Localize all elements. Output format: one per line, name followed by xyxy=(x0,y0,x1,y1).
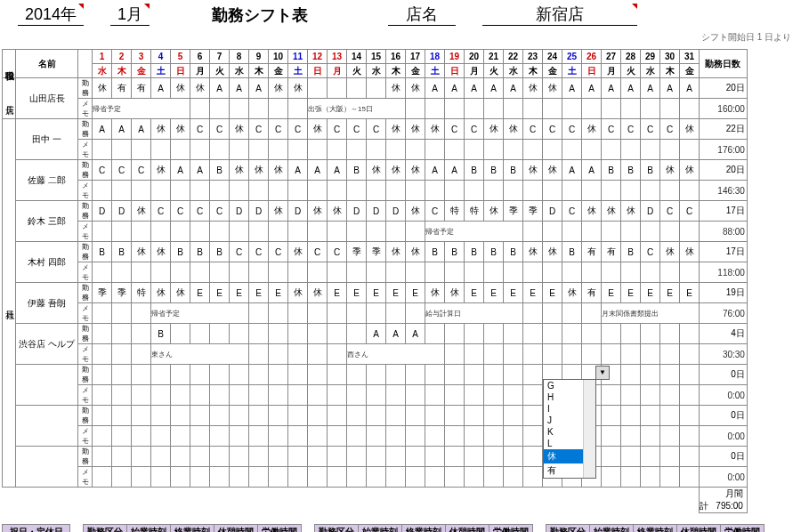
shift-cell[interactable]: E xyxy=(504,283,523,303)
shift-cell[interactable]: 休 xyxy=(582,201,602,222)
shift-cell[interactable]: E xyxy=(347,283,367,303)
shift-cell[interactable]: B xyxy=(425,242,445,262)
memo-cell[interactable] xyxy=(230,262,249,283)
memo-cell[interactable] xyxy=(288,99,308,119)
shift-cell[interactable]: D xyxy=(641,201,660,222)
memo-cell[interactable] xyxy=(347,181,367,201)
shift-cell[interactable]: C xyxy=(641,242,660,262)
shift-cell[interactable] xyxy=(484,447,504,467)
shift-cell[interactable] xyxy=(386,406,406,426)
memo-cell[interactable] xyxy=(582,303,602,324)
shift-cell[interactable] xyxy=(210,324,230,344)
shift-cell[interactable] xyxy=(288,365,308,385)
memo-cell[interactable] xyxy=(445,262,465,283)
memo-cell[interactable] xyxy=(386,467,406,488)
shift-cell[interactable] xyxy=(328,406,347,426)
memo-cell[interactable] xyxy=(190,99,210,119)
memo-cell[interactable] xyxy=(562,99,582,119)
memo-cell[interactable] xyxy=(93,140,112,160)
shift-cell[interactable]: A xyxy=(621,78,641,99)
memo-cell[interactable] xyxy=(425,385,445,406)
shift-cell[interactable]: A xyxy=(132,119,151,140)
shift-cell[interactable] xyxy=(308,406,328,426)
memo-cell[interactable] xyxy=(660,222,680,242)
memo-cell[interactable] xyxy=(112,426,132,447)
memo-cell[interactable] xyxy=(504,99,523,119)
memo-cell[interactable] xyxy=(190,467,210,488)
shift-cell[interactable] xyxy=(386,365,406,385)
shift-cell[interactable]: B xyxy=(602,160,621,181)
memo-cell[interactable] xyxy=(465,426,484,447)
memo-cell[interactable] xyxy=(230,99,249,119)
shift-cell[interactable]: E xyxy=(543,283,562,303)
memo-cell[interactable] xyxy=(641,426,660,447)
shift-cell[interactable] xyxy=(523,324,543,344)
memo-cell[interactable] xyxy=(504,262,523,283)
memo-cell[interactable] xyxy=(602,426,621,447)
shift-cell[interactable]: 休 xyxy=(269,78,288,99)
shift-cell[interactable] xyxy=(347,406,367,426)
memo-cell[interactable]: 月末関係書類提出 xyxy=(602,303,700,324)
memo-cell[interactable] xyxy=(602,344,621,365)
memo-cell[interactable] xyxy=(367,467,386,488)
memo-cell[interactable] xyxy=(425,262,445,283)
memo-cell[interactable] xyxy=(112,181,132,201)
shift-cell[interactable] xyxy=(621,365,641,385)
memo-cell[interactable] xyxy=(249,385,269,406)
memo-cell[interactable] xyxy=(660,426,680,447)
memo-cell[interactable] xyxy=(132,303,151,324)
shift-cell[interactable]: E xyxy=(660,283,680,303)
shift-cell[interactable]: A xyxy=(465,78,484,99)
shift-cell[interactable] xyxy=(171,365,190,385)
memo-cell[interactable] xyxy=(582,262,602,283)
memo-cell[interactable] xyxy=(602,262,621,283)
memo-cell[interactable] xyxy=(523,303,543,324)
memo-cell[interactable] xyxy=(621,181,641,201)
memo-cell[interactable] xyxy=(151,426,171,447)
memo-cell[interactable] xyxy=(367,262,386,283)
shift-cell[interactable]: D xyxy=(249,201,269,222)
memo-cell[interactable] xyxy=(445,99,465,119)
shift-cell[interactable]: A xyxy=(562,78,582,99)
shift-cell[interactable]: B xyxy=(93,242,112,262)
shift-cell[interactable] xyxy=(465,447,484,467)
shift-cell[interactable] xyxy=(230,324,249,344)
memo-cell[interactable] xyxy=(465,344,484,365)
memo-cell[interactable] xyxy=(504,467,523,488)
shift-cell[interactable] xyxy=(249,324,269,344)
shift-cell[interactable] xyxy=(367,406,386,426)
memo-cell[interactable]: 西さん xyxy=(347,344,445,365)
shift-cell[interactable] xyxy=(151,365,171,385)
shift-cell[interactable] xyxy=(288,324,308,344)
shift-cell[interactable]: B xyxy=(504,160,523,181)
shift-cell[interactable]: 休 xyxy=(582,119,602,140)
shift-cell[interactable]: B xyxy=(504,242,523,262)
memo-cell[interactable] xyxy=(602,385,621,406)
shift-cell[interactable]: 休 xyxy=(171,78,190,99)
shift-cell[interactable]: 休 xyxy=(562,283,582,303)
memo-cell[interactable] xyxy=(132,426,151,447)
shift-cell[interactable]: A xyxy=(230,78,249,99)
shift-cell[interactable]: 休 xyxy=(406,160,425,181)
shift-cell[interactable]: A xyxy=(151,78,171,99)
shift-cell[interactable]: C xyxy=(151,201,171,222)
shift-cell[interactable] xyxy=(269,324,288,344)
shift-cell[interactable]: 休 xyxy=(308,119,328,140)
memo-cell[interactable] xyxy=(504,385,523,406)
memo-cell[interactable] xyxy=(112,262,132,283)
shift-cell[interactable] xyxy=(465,324,484,344)
shift-cell[interactable] xyxy=(93,324,112,344)
shift-cell[interactable] xyxy=(641,365,660,385)
memo-cell[interactable] xyxy=(386,262,406,283)
shift-cell[interactable]: B xyxy=(151,324,171,344)
shift-cell[interactable]: D xyxy=(347,201,367,222)
memo-cell[interactable] xyxy=(602,467,621,488)
shift-cell[interactable] xyxy=(328,78,347,99)
memo-cell[interactable] xyxy=(386,181,406,201)
shift-cell[interactable]: B xyxy=(347,160,367,181)
memo-cell[interactable] xyxy=(171,262,190,283)
memo-cell[interactable] xyxy=(269,426,288,447)
memo-cell[interactable] xyxy=(112,222,132,242)
shift-cell[interactable]: 休 xyxy=(230,119,249,140)
memo-cell[interactable] xyxy=(523,385,543,406)
